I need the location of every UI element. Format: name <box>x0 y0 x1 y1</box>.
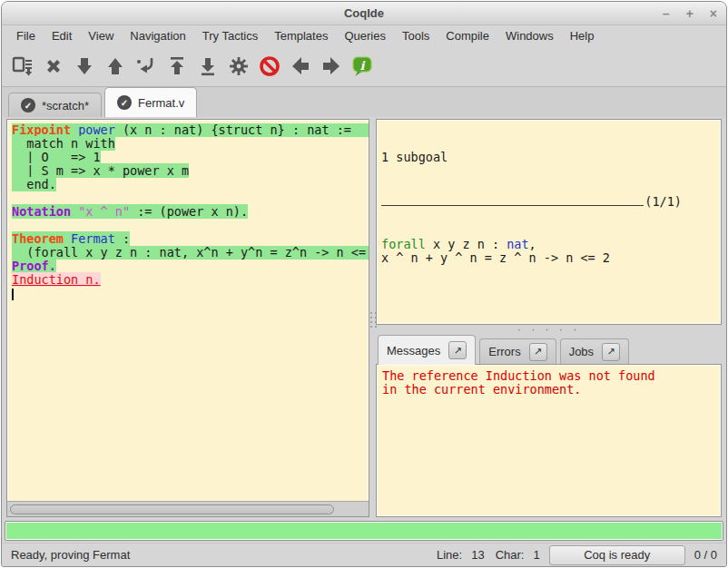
horizontal-splitter[interactable]: · · · · · <box>376 325 722 334</box>
line-value: 13 <box>471 548 484 562</box>
previous-occurrence-icon <box>289 54 312 78</box>
progress-area <box>2 519 726 543</box>
menu-edit[interactable]: Edit <box>44 26 80 45</box>
tab-scratch[interactable]: ✓*scratch* <box>8 93 102 117</box>
goal-statement: forall x y z n : nat,x ^ n + y ^ n = z ^… <box>381 238 716 265</box>
step-backward-button[interactable] <box>100 50 131 83</box>
messages-section: Messages↗Errors↗Jobs↗ The reference Indu… <box>376 334 722 517</box>
code-line[interactable]: Theorem Fermat : <box>12 232 369 246</box>
separator-line <box>381 205 644 206</box>
code-line[interactable]: | O => 1 <box>12 151 369 164</box>
tab-label: *scratch* <box>42 99 89 113</box>
tab-messages[interactable]: Messages↗ <box>378 335 476 365</box>
code-line[interactable] <box>12 287 369 300</box>
tab-label: Fermat.v <box>138 96 184 110</box>
tab-jobs[interactable]: Jobs↗ <box>560 338 629 364</box>
menu-help[interactable]: Help <box>562 26 603 45</box>
save-button[interactable] <box>7 50 38 83</box>
checkmark-icon: ✓ <box>21 98 35 113</box>
code-line[interactable]: Induction n. <box>12 273 369 287</box>
close-buffer-icon <box>42 54 65 78</box>
menu-try-tactics[interactable]: Try Tactics <box>194 26 266 45</box>
editor-pane: Fixpoint power (x n : nat) {struct n} : … <box>6 119 369 517</box>
status-message: Ready, proving Fermat <box>11 548 130 562</box>
goal-separator: (1/1) <box>381 193 716 209</box>
detach-icon[interactable]: ↗ <box>448 341 467 359</box>
code-line[interactable]: Proof. <box>12 260 369 273</box>
feedback-icon: i <box>350 54 374 78</box>
splitter-grip <box>370 312 377 328</box>
restart-icon <box>165 54 189 78</box>
menu-file[interactable]: File <box>8 26 44 45</box>
toolbar: i <box>2 46 726 86</box>
subgoal-header: 1 subgoal <box>381 151 716 164</box>
close-icon[interactable]: × <box>710 7 717 20</box>
menu-view[interactable]: View <box>80 26 122 45</box>
interrupt-icon <box>258 54 281 78</box>
char-label: Char: <box>496 548 525 562</box>
fully-check-button[interactable] <box>223 50 254 83</box>
text-cursor <box>12 289 14 300</box>
go-to-end-button[interactable] <box>192 50 223 83</box>
main-content: Fixpoint power (x n : nat) {struct n} : … <box>2 117 726 519</box>
minimize-icon[interactable]: – <box>663 7 670 20</box>
message-tab-label: Errors <box>488 345 520 358</box>
goals-pane: 1 subgoal (1/1) forall x y z n : nat,x ^… <box>376 119 722 325</box>
title-bar: CoqIde – + × <box>2 2 726 25</box>
code-line[interactable]: (forall x y z n : nat, x^n + y^n = z^n -… <box>12 246 369 260</box>
next-occurrence-button[interactable] <box>316 50 347 83</box>
feedback-button[interactable]: i <box>347 50 378 83</box>
go-to-cursor-icon <box>134 54 158 78</box>
code-line[interactable]: match n with <box>12 137 369 151</box>
coqide-window: CoqIde – + × FileEditViewNavigationTry T… <box>1 1 727 567</box>
script-editor[interactable]: Fixpoint power (x n : nat) {struct n} : … <box>7 120 369 501</box>
code-line[interactable] <box>12 191 369 205</box>
code-line[interactable]: | S m => x * power x m <box>12 164 369 178</box>
menu-tools[interactable]: Tools <box>394 26 438 45</box>
horizontal-scrollbar[interactable] <box>7 501 369 516</box>
close-buffer-button[interactable] <box>38 50 69 83</box>
menu-queries[interactable]: Queries <box>336 26 394 45</box>
step-forward-button[interactable] <box>69 50 100 83</box>
detach-icon[interactable]: ↗ <box>529 343 547 361</box>
message-content: The reference Induction was not foundin … <box>376 364 722 517</box>
menu-compile[interactable]: Compile <box>438 26 497 45</box>
coq-status-button[interactable]: Coq is ready <box>549 545 685 565</box>
message-line: in the current environment. <box>382 383 715 397</box>
status-bar: Ready, proving Fermat Line: 13 Char: 1 C… <box>2 543 726 566</box>
vertical-splitter[interactable] <box>369 119 376 517</box>
next-occurrence-icon <box>320 54 343 78</box>
scrollbar-thumb[interactable] <box>10 504 334 514</box>
save-icon <box>11 54 34 78</box>
code-line[interactable] <box>12 219 369 232</box>
go-to-cursor-button[interactable] <box>131 50 162 83</box>
code-line[interactable]: Notation "x ^ n" := (power x n). <box>12 205 369 219</box>
maximize-icon[interactable]: + <box>686 7 694 20</box>
tab-fermat-v[interactable]: ✓Fermat.v <box>104 87 197 117</box>
code-line[interactable]: end. <box>12 178 369 191</box>
step-forward-icon <box>73 54 96 78</box>
go-to-end-icon <box>196 54 220 78</box>
restart-button[interactable] <box>162 50 192 83</box>
menu-windows[interactable]: Windows <box>497 26 562 45</box>
detach-icon[interactable]: ↗ <box>602 343 620 361</box>
checkmark-icon: ✓ <box>117 95 132 110</box>
menu-templates[interactable]: Templates <box>266 26 336 45</box>
window-title: CoqIde <box>344 6 384 20</box>
window-controls: – + × <box>663 2 717 24</box>
char-value: 1 <box>533 548 539 562</box>
document-tabbar: ✓*scratch*✓Fermat.v <box>2 86 726 117</box>
menu-bar: FileEditViewNavigationTry TacticsTemplat… <box>2 25 726 46</box>
previous-occurrence-button[interactable] <box>285 50 316 83</box>
message-tab-label: Jobs <box>569 345 594 358</box>
goal-counter: (1/1) <box>644 195 682 209</box>
interrupt-button[interactable] <box>254 50 285 83</box>
tab-errors[interactable]: Errors↗ <box>479 338 556 364</box>
goal-line: x ^ n + y ^ n = z ^ n -> n <= 2 <box>381 251 716 265</box>
message-line: The reference Induction was not found <box>382 369 715 383</box>
status-right: Line: 13 Char: 1 Coq is ready 0 / 0 <box>426 545 717 565</box>
prover-counter: 0 / 0 <box>694 548 717 562</box>
code-line[interactable]: Fixpoint power (x n : nat) {struct n} : … <box>12 123 369 137</box>
step-backward-icon <box>103 54 127 78</box>
menu-navigation[interactable]: Navigation <box>122 26 193 45</box>
